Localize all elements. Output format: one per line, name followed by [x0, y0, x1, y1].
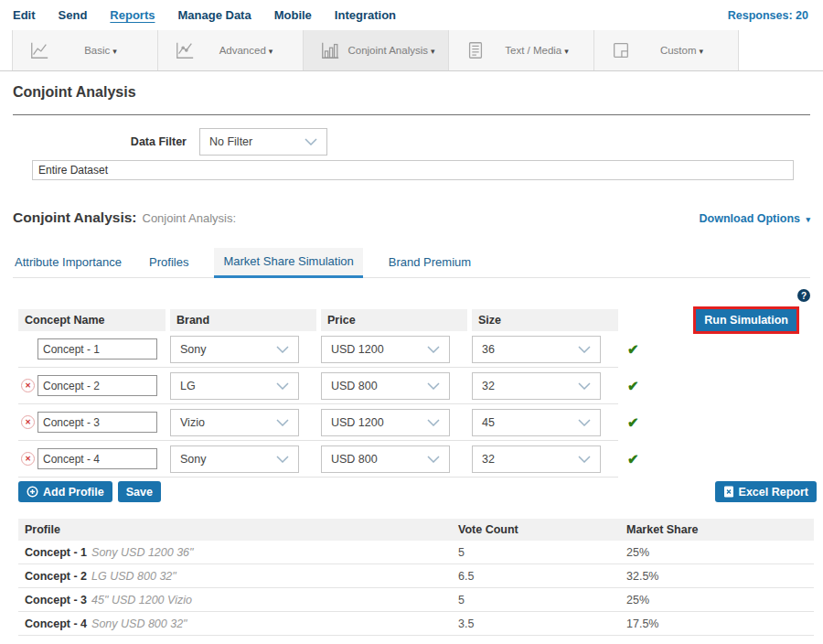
col-profile: Profile	[18, 523, 452, 536]
table-row: Concept - 1Sony USD 1200 36" 5 25%	[18, 541, 814, 564]
page-title: Conjoint Analysis	[13, 84, 810, 101]
valid-check-icon: ✔	[627, 341, 639, 358]
market-share: 17.5%	[620, 617, 814, 630]
basic-chart-icon	[29, 40, 49, 60]
data-filter-value: No Filter	[209, 135, 252, 148]
conjoint-chart-icon	[320, 40, 340, 60]
custom-layout-icon	[611, 40, 631, 60]
nav-manage-data[interactable]: Manage Data	[177, 8, 251, 22]
concept-name-input[interactable]	[37, 412, 157, 433]
profile-name: Concept - 3	[25, 594, 87, 606]
tab-label: Conjoint Analysis▾	[340, 45, 443, 56]
simulator-header: Concept Name Brand Price Size	[18, 309, 618, 331]
profile-desc: LG USD 800 32"	[91, 570, 176, 583]
chevron-down-icon	[305, 138, 317, 145]
nav-edit[interactable]: Edit	[13, 8, 36, 22]
excel-report-button[interactable]: Excel Report	[715, 481, 817, 502]
concept-name-input[interactable]	[37, 338, 157, 360]
tabbar-filler	[739, 30, 823, 70]
dataset-field[interactable]: Entire Dataset	[32, 160, 794, 180]
vote-count: 5	[452, 594, 620, 606]
add-profile-button[interactable]: Add Profile	[18, 481, 112, 502]
tab-basic[interactable]: Basic▾	[12, 30, 157, 70]
size-select[interactable]: 36	[472, 336, 601, 363]
subtab-profiles[interactable]: Profiles	[147, 249, 190, 277]
simulator-row: ✕ Vizio USD 1200 45 ✔	[18, 404, 810, 441]
price-select[interactable]: USD 1200	[321, 336, 450, 363]
advanced-chart-icon	[175, 40, 195, 60]
responses-count: Responses: 20	[728, 9, 808, 22]
valid-check-icon: ✔	[627, 414, 639, 431]
tab-label: Custom▾	[631, 45, 732, 56]
tab-label: Text / Media▾	[486, 45, 588, 56]
chevron-down-icon	[578, 456, 591, 463]
data-filter-label: Data Filter	[13, 135, 199, 148]
size-select[interactable]: 32	[472, 372, 601, 400]
tab-conjoint-analysis[interactable]: Conjoint Analysis▾	[303, 30, 448, 70]
annotation-highlight: Run Simulation	[693, 306, 799, 334]
dataset-value: Entire Dataset	[38, 164, 108, 177]
subtab-attribute-importance[interactable]: Attribute Importance	[13, 249, 123, 277]
col-market-share: Market Share	[620, 523, 814, 536]
chevron-down-icon	[427, 346, 440, 353]
remove-row-icon[interactable]: ✕	[21, 379, 35, 392]
text-media-icon	[465, 40, 486, 60]
remove-row-icon[interactable]: ✕	[21, 452, 35, 466]
subtab-brand-premium[interactable]: Brand Premium	[387, 249, 473, 277]
chevron-down-icon	[276, 346, 289, 353]
chevron-down-icon	[276, 456, 289, 463]
brand-select[interactable]: Sony	[170, 445, 299, 473]
nav-mobile[interactable]: Mobile	[274, 8, 312, 22]
profile-name: Concept - 4	[25, 617, 87, 630]
tab-label: Basic▾	[49, 45, 152, 56]
simulator-row: ✕ LG USD 800 32 ✔	[18, 368, 810, 404]
vote-count: 5	[452, 546, 620, 559]
col-brand: Brand	[170, 309, 316, 331]
run-simulation-button[interactable]: Run Simulation	[696, 309, 796, 331]
profile-desc: 45" USD 1200 Vizio	[91, 594, 192, 606]
col-concept-name: Concept Name	[18, 309, 166, 331]
help-icon[interactable]: ?	[797, 289, 810, 302]
concept-name-input[interactable]	[37, 375, 157, 396]
chevron-down-icon: ▾	[431, 47, 435, 56]
tab-text-media[interactable]: Text / Media▾	[448, 30, 593, 70]
excel-file-icon	[723, 486, 734, 498]
price-select[interactable]: USD 1200	[321, 409, 450, 436]
size-select[interactable]: 45	[472, 409, 601, 436]
market-share: 32.5%	[620, 570, 814, 583]
brand-select[interactable]: LG	[170, 372, 299, 400]
chevron-down-icon	[578, 346, 591, 353]
tab-advanced[interactable]: Advanced▾	[157, 30, 303, 70]
download-options-link[interactable]: Download Options ▾	[700, 212, 810, 225]
tab-label: Advanced▾	[195, 45, 297, 56]
simulator-table: Concept Name Brand Price Size Run Simula…	[18, 309, 810, 502]
subtab-market-share-simulation[interactable]: Market Share Simulation	[214, 248, 362, 278]
plus-circle-icon	[27, 486, 38, 498]
results-header: Profile Vote Count Market Share	[18, 519, 814, 541]
top-navigation: Edit Send Reports Manage Data Mobile Int…	[0, 0, 823, 30]
save-button[interactable]: Save	[118, 481, 161, 502]
nav-reports[interactable]: Reports	[110, 8, 155, 22]
chevron-down-icon: ▾	[806, 215, 810, 224]
brand-select[interactable]: Sony	[170, 336, 299, 363]
remove-row-icon[interactable]: ✕	[21, 415, 35, 429]
nav-integration[interactable]: Integration	[335, 8, 396, 22]
brand-select[interactable]: Vizio	[170, 409, 299, 436]
chevron-down-icon	[578, 382, 591, 390]
price-select[interactable]: USD 800	[321, 445, 450, 473]
col-vote-count: Vote Count	[452, 523, 620, 536]
profile-desc: Sony USD 800 32"	[91, 617, 187, 630]
results-table: Profile Vote Count Market Share Concept …	[18, 519, 814, 636]
price-select[interactable]: USD 800	[321, 372, 450, 400]
simulator-row: ✕ Sony USD 800 32 ✔	[18, 441, 810, 478]
size-select[interactable]: 32	[472, 445, 601, 473]
nav-send[interactable]: Send	[59, 8, 88, 22]
table-row: Concept - 2LG USD 800 32" 6.5 32.5%	[18, 564, 814, 588]
data-filter-select[interactable]: No Filter	[199, 128, 327, 156]
valid-check-icon: ✔	[627, 451, 639, 467]
chevron-down-icon: ▾	[564, 47, 569, 56]
concept-name-input[interactable]	[37, 448, 157, 469]
tab-custom[interactable]: Custom▾	[593, 30, 739, 70]
chevron-down-icon	[276, 382, 289, 390]
chevron-down-icon: ▾	[700, 47, 704, 56]
